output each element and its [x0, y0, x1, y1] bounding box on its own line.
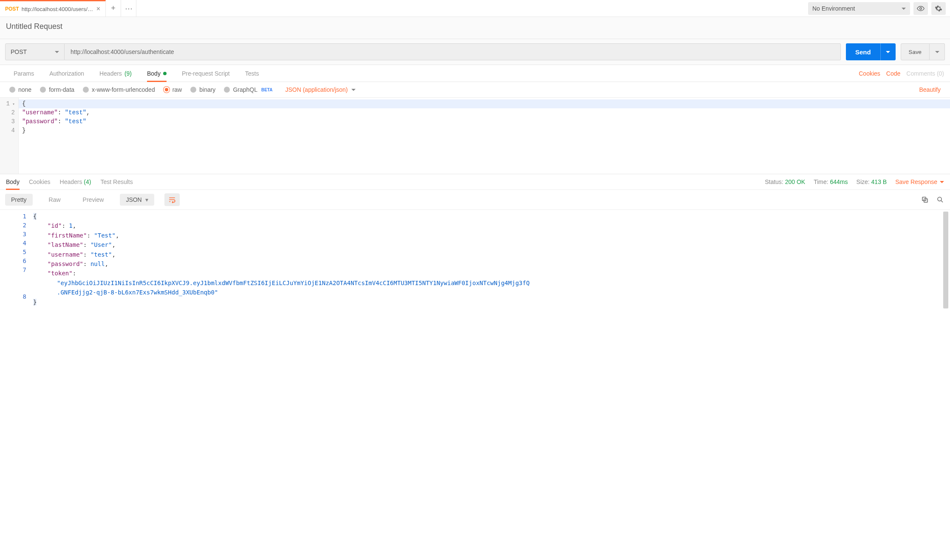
response-meta: Status: 200 OK Time: 644ms Size: 413 B S…	[765, 178, 944, 185]
body-type-formdata[interactable]: form-data	[40, 86, 74, 93]
response-gutter: 1 2 3 4 5 6 7 8	[0, 210, 30, 308]
body-type-row: none form-data x-www-form-urlencoded raw…	[0, 82, 950, 98]
environment-select[interactable]: No Environment	[808, 2, 910, 15]
response-format-select[interactable]: JSON▾	[120, 194, 154, 206]
response-code[interactable]: { "id": 1, "firstName": "Test", "lastNam…	[30, 210, 943, 308]
response-tabs: Body Cookies Headers (4) Test Results St…	[0, 174, 950, 190]
gear-icon	[935, 5, 942, 12]
response-toolbar: Pretty Raw Preview JSON▾	[0, 190, 950, 210]
http-method-select[interactable]: POST	[5, 43, 65, 60]
editor-gutter: 1 2 3 4	[0, 98, 19, 174]
close-icon[interactable]: ×	[96, 5, 100, 13]
cookies-link[interactable]: Cookies	[859, 70, 880, 77]
response-body-editor[interactable]: 1 2 3 4 5 6 7 8 { "id": 1, "firstName": …	[0, 210, 950, 313]
tab-title: http://localhost:4000/users/a...	[22, 6, 94, 12]
copy-response-button[interactable]	[920, 195, 930, 204]
radio-icon	[224, 87, 230, 93]
request-name[interactable]: Untitled Request	[0, 17, 950, 39]
body-type-raw[interactable]: raw	[164, 86, 182, 93]
code-link[interactable]: Code	[886, 70, 900, 77]
body-type-none[interactable]: none	[9, 86, 31, 93]
gutter-line: 4	[0, 126, 15, 135]
svg-point-3	[938, 197, 942, 201]
send-options-button[interactable]	[880, 43, 896, 60]
chevron-down-icon	[351, 89, 356, 93]
size-value: 413 B	[871, 178, 887, 185]
environment-label: No Environment	[812, 5, 855, 12]
settings-button[interactable]	[931, 2, 946, 15]
response-tab-tests[interactable]: Test Results	[100, 178, 133, 185]
response-tab-body[interactable]: Body	[6, 178, 20, 185]
url-input[interactable]	[65, 43, 841, 60]
wrap-icon	[168, 196, 176, 203]
tab-bar: POST http://localhost:4000/users/a... × …	[0, 0, 950, 17]
chevron-down-icon	[940, 181, 944, 185]
tab-tests[interactable]: Tests	[238, 65, 267, 82]
response-tab-headers[interactable]: Headers (4)	[60, 178, 91, 185]
view-preview[interactable]: Preview	[77, 194, 110, 206]
beta-badge: BETA	[261, 88, 272, 92]
save-response-button[interactable]: Save Response	[895, 178, 944, 185]
modified-indicator-icon	[163, 72, 167, 75]
tab-authorization[interactable]: Authorization	[42, 65, 92, 82]
eye-icon	[917, 5, 925, 12]
radio-icon	[40, 87, 46, 93]
content-type-label: JSON (application/json)	[285, 86, 348, 93]
tab-method-label: POST	[5, 6, 19, 12]
tab-options-button[interactable]: ⋯	[121, 0, 136, 17]
environment-quicklook-button[interactable]	[913, 2, 928, 15]
scrollbar[interactable]	[943, 212, 948, 308]
environment-controls: No Environment	[808, 0, 950, 17]
svg-point-0	[920, 7, 922, 9]
send-button[interactable]: Send	[846, 43, 880, 60]
save-options-button[interactable]	[930, 43, 945, 60]
response-tab-cookies[interactable]: Cookies	[29, 178, 51, 185]
view-raw[interactable]: Raw	[43, 194, 67, 206]
content-type-select[interactable]: JSON (application/json)	[285, 86, 355, 93]
wrap-lines-button[interactable]	[164, 193, 180, 206]
body-type-binary[interactable]: binary	[190, 86, 215, 93]
search-response-button[interactable]	[936, 195, 945, 204]
tab-headers[interactable]: Headers (9)	[92, 65, 139, 82]
tab-params[interactable]: Params	[6, 65, 42, 82]
radio-icon	[190, 87, 196, 93]
chevron-down-icon	[935, 51, 939, 55]
body-type-xwww[interactable]: x-www-form-urlencoded	[83, 86, 155, 93]
search-icon	[936, 196, 944, 204]
chevron-down-icon	[55, 51, 59, 55]
tab-body[interactable]: Body	[139, 65, 174, 82]
new-tab-button[interactable]: +	[106, 0, 121, 17]
ellipsis-icon: ⋯	[125, 4, 133, 13]
save-button[interactable]: Save	[901, 43, 930, 60]
response-headers-count: (4)	[84, 178, 91, 185]
body-type-graphql[interactable]: GraphQLBETA	[224, 86, 272, 93]
gutter-line: 3	[0, 117, 15, 126]
url-bar: POST Send Save	[0, 39, 950, 65]
copy-icon	[921, 196, 929, 204]
tab-prerequest[interactable]: Pre-request Script	[174, 65, 238, 82]
request-body-editor[interactable]: 1 2 3 4 { "username": "test", "password"…	[0, 98, 950, 174]
gutter-line: 2	[0, 108, 15, 117]
chevron-down-icon: ▾	[145, 196, 148, 203]
headers-count: (9)	[124, 70, 132, 77]
request-tab-active[interactable]: POST http://localhost:4000/users/a... ×	[0, 0, 106, 17]
time-value: 644ms	[830, 178, 848, 185]
comments-link[interactable]: Comments (0)	[906, 70, 944, 77]
beautify-button[interactable]: Beautify	[919, 86, 941, 93]
chevron-down-icon	[886, 51, 890, 55]
radio-icon	[9, 87, 15, 93]
chevron-down-icon	[902, 8, 906, 12]
method-label: POST	[11, 48, 27, 55]
view-pretty[interactable]: Pretty	[5, 194, 33, 206]
gutter-line: 1	[0, 99, 15, 108]
radio-icon	[83, 87, 89, 93]
request-tabs: Params Authorization Headers (9) Body Pr…	[0, 65, 950, 82]
radio-icon	[164, 87, 170, 93]
plus-icon: +	[111, 4, 116, 13]
editor-code[interactable]: { "username": "test", "password": "test"…	[19, 98, 950, 174]
status-value: 200 OK	[785, 178, 805, 185]
